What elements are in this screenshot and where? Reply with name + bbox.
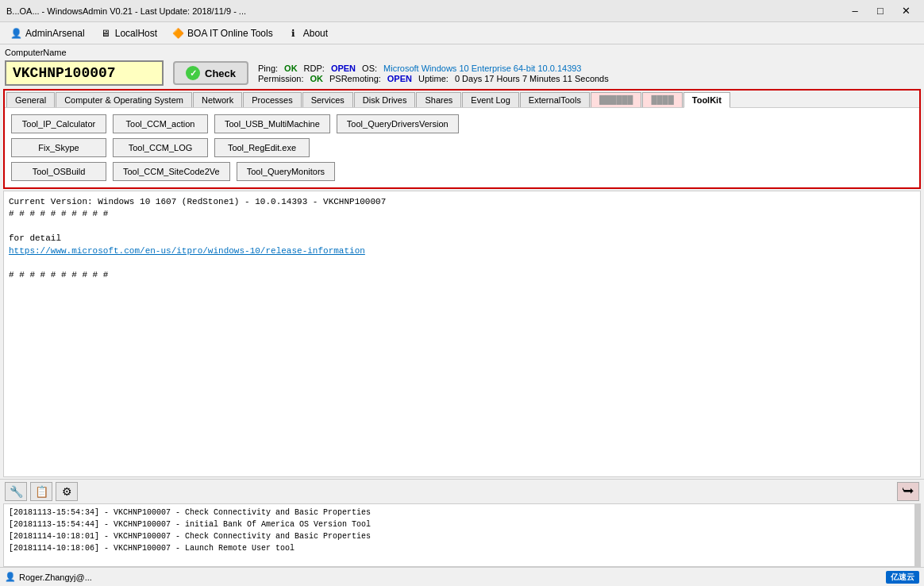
user-icon: 👤 <box>5 572 16 582</box>
menu-boa-it[interactable]: 🔶 BOA IT Online Tools <box>165 25 279 41</box>
toolkit-content: Tool_IP_Calculator Tool_CCM_action Tool_… <box>5 108 919 187</box>
btn-tool-ccm-log[interactable]: Tool_CCM_LOG <box>113 138 208 157</box>
psremoting-value: OPEN <box>387 74 412 83</box>
close-button[interactable]: ✕ <box>894 3 918 19</box>
tab-processes[interactable]: Processes <box>243 92 301 107</box>
output-line-blank1 <box>9 221 915 233</box>
output-area: Current Version: Windows 10 1607 (RedSto… <box>3 191 921 477</box>
menu-about[interactable]: ℹ About <box>281 25 334 41</box>
toolkit-row-2: Fix_Skype Tool_CCM_LOG Tool_RegEdit.exe <box>11 138 913 157</box>
tabs-container: General Computer & Operating System Netw… <box>3 89 921 189</box>
output-link[interactable]: https://www.microsoft.com/en-us/itpro/wi… <box>9 246 365 256</box>
output-line-blank2 <box>9 257 915 269</box>
boa-it-icon: 🔶 <box>171 27 184 40</box>
btn-tool-query-monitors[interactable]: Tool_QueryMonitors <box>237 162 335 181</box>
tab-general[interactable]: General <box>6 92 55 107</box>
tab-services[interactable]: Services <box>302 92 353 107</box>
tabs-nav: General Computer & Operating System Netw… <box>5 91 919 108</box>
btn-fix-skype[interactable]: Fix_Skype <box>11 138 106 157</box>
footer-left: 👤 Roger.Zhangyj@... <box>5 572 92 582</box>
menu-localhost[interactable]: 🖥 LocalHost <box>93 25 164 41</box>
admin-arsenal-icon: 👤 <box>10 27 22 40</box>
toolkit-row-1: Tool_IP_Calculator Tool_CCM_action Tool_… <box>11 114 913 133</box>
tab-disk-drives[interactable]: Disk Drives <box>354 92 416 107</box>
tab-blurred2[interactable]: ████ <box>642 92 682 107</box>
computer-name-label: ComputerName <box>5 48 67 57</box>
log-area[interactable]: [20181113-15:54:34] - VKCHNP100007 - Che… <box>3 503 921 567</box>
check-button-label: Check <box>205 67 236 79</box>
username: Roger.Zhangyj@... <box>19 573 92 582</box>
ping-value: OK <box>284 64 298 73</box>
status-row-2: Permission: OK PSRemoting: OPEN Uptime: … <box>258 74 609 83</box>
menu-about-label: About <box>303 28 328 39</box>
btn-tool-osbuild[interactable]: Tool_OSBuild <box>11 162 106 181</box>
toolbar-btn-clipboard[interactable]: 📋 <box>30 482 52 501</box>
uptime-label: Uptime: <box>418 74 449 83</box>
computer-name-input[interactable] <box>5 60 164 86</box>
output-line-1: Current Version: Windows 10 1607 (RedSto… <box>9 196 915 208</box>
toolbar-left: 🔧 📋 ⚙ <box>5 482 78 501</box>
rdp-label: RDP: <box>304 64 325 73</box>
log-entry-2: [20181113-15:54:44] - VKCHNP100007 - ini… <box>9 519 910 530</box>
tab-event-log[interactable]: Event Log <box>462 92 519 107</box>
toolkit-row-3: Tool_OSBuild Tool_CCM_SiteCode2Ve Tool_Q… <box>11 162 913 181</box>
ping-label: Ping: <box>258 64 278 73</box>
menu-admin-arsenal-label: AdminArsenal <box>25 28 85 39</box>
toolbar-btn-tools[interactable]: 🔧 <box>5 482 27 501</box>
status-footer: 👤 Roger.Zhangyj@... 亿速云 <box>0 567 924 586</box>
permission-label: Permission: <box>258 74 303 83</box>
status-bar: ✓ Check Ping: OK RDP: OPEN OS: Microsoft… <box>0 59 924 89</box>
menu-localhost-label: LocalHost <box>115 28 157 39</box>
log-entry-4: [20181114-10:18:06] - VKCHNP100007 - Lau… <box>9 542 910 554</box>
about-icon: ℹ <box>287 27 300 40</box>
output-line-2: # # # # # # # # # # <box>9 208 915 220</box>
bottom-toolbar: 🔧 📋 ⚙ ⮩ <box>0 479 924 503</box>
psremoting-label: PSRemoting: <box>329 74 381 83</box>
check-button[interactable]: ✓ Check <box>173 61 248 85</box>
minimize-button[interactable]: – <box>843 3 867 19</box>
status-row-1: Ping: OK RDP: OPEN OS: Microsoft Windows… <box>258 64 609 73</box>
btn-tool-ccm-action[interactable]: Tool_CCM_action <box>113 114 208 133</box>
maximize-button[interactable]: □ <box>868 3 892 19</box>
computer-name-bar: ComputerName <box>0 44 924 59</box>
menu-admin-arsenal[interactable]: 👤 AdminArsenal <box>3 25 91 41</box>
os-label: OS: <box>362 64 377 73</box>
title-bar-left: B...OA... - WindowsAdmin V0.21 - Last Up… <box>6 6 246 16</box>
tab-toolkit[interactable]: ToolKit <box>683 92 730 108</box>
output-line-3: # # # # # # # # # # <box>9 269 915 281</box>
toolbar-btn-exit[interactable]: ⮩ <box>897 482 919 501</box>
menu-boa-it-label: BOA IT Online Tools <box>187 28 273 39</box>
rdp-value: OPEN <box>331 64 356 73</box>
window-controls: – □ ✕ <box>843 3 918 19</box>
status-info: Ping: OK RDP: OPEN OS: Microsoft Windows… <box>258 64 609 83</box>
btn-tool-regedit[interactable]: Tool_RegEdit.exe <box>214 138 310 157</box>
log-entry-3: [20181114-10:18:01] - VKCHNP100007 - Che… <box>9 530 910 542</box>
output-for-detail: for detail <box>9 233 915 245</box>
btn-tool-ccm-sitecode2ve[interactable]: Tool_CCM_SiteCode2Ve <box>113 162 230 181</box>
app-title: B...OA... - WindowsAdmin V0.21 - Last Up… <box>6 6 246 16</box>
btn-tool-ip-calculator[interactable]: Tool_IP_Calculator <box>11 114 106 133</box>
btn-tool-query-drivers-version[interactable]: Tool_QueryDriversVersion <box>337 114 459 133</box>
tab-external-tools[interactable]: ExternalTools <box>520 92 590 107</box>
permission-value: OK <box>310 74 324 83</box>
os-value: Microsoft Windows 10 Enterprise 64-bit 1… <box>383 64 581 73</box>
menu-bar: 👤 AdminArsenal 🖥 LocalHost 🔶 BOA IT Onli… <box>0 22 924 44</box>
btn-tool-usb-multimachine[interactable]: Tool_USB_MultiMachine <box>214 114 330 133</box>
footer-brand: 亿速云 <box>886 571 919 584</box>
localhost-icon: 🖥 <box>99 27 112 40</box>
check-icon: ✓ <box>186 66 200 80</box>
tab-shares[interactable]: Shares <box>416 92 461 107</box>
tab-blurred1[interactable]: ██████ <box>591 92 642 107</box>
log-entry-1: [20181113-15:54:34] - VKCHNP100007 - Che… <box>9 507 910 519</box>
tab-computer-os[interactable]: Computer & Operating System <box>56 92 192 107</box>
uptime-value: 0 Days 17 Hours 7 Minutes 11 Seconds <box>455 74 609 83</box>
toolbar-btn-settings[interactable]: ⚙ <box>56 482 78 501</box>
tab-network[interactable]: Network <box>193 92 242 107</box>
title-bar: B...OA... - WindowsAdmin V0.21 - Last Up… <box>0 0 924 22</box>
